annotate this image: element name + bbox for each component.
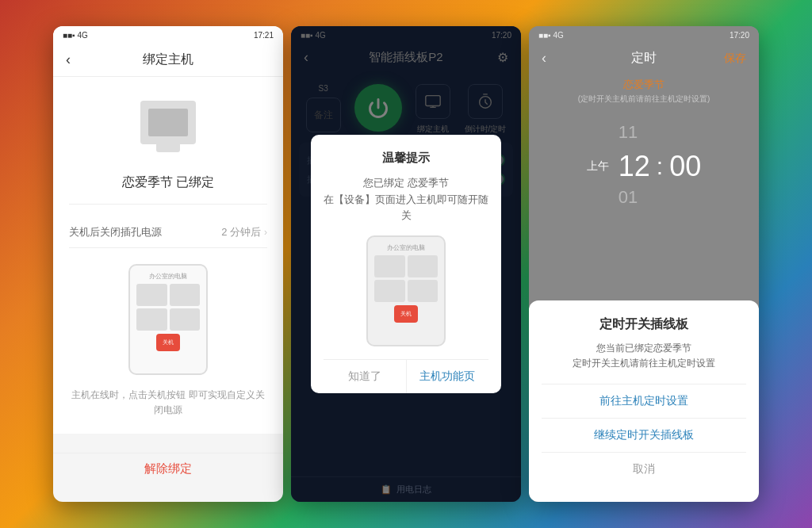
dialog-cancel-button[interactable]: 知道了 [324, 360, 407, 393]
timer-dialog-title: 定时开关插线板 [542, 316, 746, 333]
screen3-header: ‹ 定时 保存 [529, 44, 759, 73]
screen1-title: 绑定主机 [66, 52, 270, 68]
screen3-device-name: 恋爱季节 [542, 78, 746, 92]
power-off-label: 关机后关闭插孔电源 [69, 225, 162, 239]
mini-cell-1 [136, 284, 167, 306]
screen1-header: ‹ 绑定主机 [53, 44, 283, 77]
screen1-back-button[interactable]: ‹ [66, 52, 71, 68]
mini-cell-2 [170, 284, 201, 306]
screen3-timer: ■■▪ 4G 17:20 ‹ 定时 保存 恋爱季节 (定时开关主机前请前往主机定… [529, 26, 759, 502]
timer-dialog-text: 您当前已绑定恋爱季节 定时开关主机请前往主机定时设置 [542, 341, 746, 371]
time-period: 上午 [587, 159, 609, 174]
screen1-status-bar: ■■▪ 4G 17:21 [53, 26, 283, 44]
screen3-device-hint: (定时开关主机前请前往主机定时设置) [542, 94, 746, 105]
chevron-right-icon: › [264, 227, 267, 238]
power-off-setting-row[interactable]: 关机后关闭插孔电源 2 分钟后 › [69, 217, 267, 248]
screen1-bind-host: ■■▪ 4G 17:21 ‹ 绑定主机 恋爱季节 已绑定 关机后关闭插孔电源 2… [53, 26, 283, 502]
dialog-phone-preview: 办公室的电脑 关机 [324, 235, 488, 346]
mini-cell-3 [136, 308, 167, 331]
timer-btn-continue[interactable]: 继续定时开关插线板 [542, 418, 746, 452]
dialog-cell-4 [408, 280, 439, 302]
dialog-cell-3 [374, 280, 405, 302]
screen3-status-bar: ■■▪ 4G 17:20 [529, 26, 759, 44]
screen2-dialog-overlay: 温馨提示 您已绑定 恋爱季节 在【设备】页面进入主机即可随开随关 办公室的电脑 [291, 26, 521, 502]
dialog-shutdown-label: 关机 [400, 310, 412, 318]
mini-cell-4 [170, 308, 201, 331]
timer-btn-cancel[interactable]: 取消 [542, 452, 746, 486]
dialog-cell-2 [408, 255, 439, 277]
unbind-button[interactable]: 解除绑定 [53, 453, 283, 484]
hour-dim-below: 01 [619, 187, 638, 208]
dialog-mini-grid [374, 255, 438, 302]
screen3-device-info: 恋爱季节 (定时开关主机前请前往主机定时设置) [529, 73, 759, 109]
phone-preview: 办公室的电脑 关机 [69, 264, 267, 375]
mini-phone-display: 办公室的电脑 关机 [128, 264, 208, 375]
screen2-smart-strip: ■■▪ 4G 17:20 ‹ 智能插线板P2 ⚙ S3 备注 [291, 26, 521, 502]
dialog-shutdown-btn[interactable]: 关机 [394, 305, 418, 323]
time-dim-above: 11 [619, 122, 669, 143]
screen2-dialog: 温馨提示 您已绑定 恋爱季节 在【设备】页面进入主机即可随开随关 办公室的电脑 [311, 135, 501, 393]
shutdown-label: 关机 [163, 339, 174, 346]
hour-dim-above: 11 [619, 122, 638, 143]
time-display[interactable]: 上午 12 : 00 [587, 152, 701, 181]
dialog-title: 温馨提示 [324, 151, 488, 166]
monitor-icon [140, 101, 196, 144]
screen3-back-button[interactable]: ‹ [542, 50, 546, 67]
screen3-timer-dialog: 定时开关插线板 您当前已绑定恋爱季节 定时开关主机请前往主机定时设置 前往主机定… [529, 300, 759, 502]
desc-text: 主机在线时，点击关机按钮 即可实现自定义关闭电源 [69, 388, 267, 418]
power-off-value: 2 分钟后 › [221, 225, 267, 239]
time-picker-area[interactable]: 11 上午 12 : 00 01 [529, 109, 759, 224]
dialog-mini-phone: 办公室的电脑 关机 [366, 235, 446, 346]
office-computer-label: 办公室的电脑 [149, 272, 187, 281]
bind-status-text: 恋爱季节 已绑定 [122, 174, 214, 191]
screen1-content: 恋爱季节 已绑定 关机后关闭插孔电源 2 分钟后 › 办公室的电脑 [53, 77, 283, 434]
dialog-text: 您已绑定 恋爱季节 在【设备】页面进入主机即可随开随关 [324, 175, 488, 224]
monitor-screen [148, 109, 188, 136]
dialog-confirm-button[interactable]: 主机功能页 [407, 360, 489, 393]
screen1-signal: ■■▪ 4G [63, 31, 88, 40]
screen1-divider [69, 204, 267, 205]
time-minute[interactable]: 00 [669, 152, 701, 181]
time-colon: : [653, 153, 666, 180]
mini-grid [136, 284, 200, 331]
shutdown-button[interactable]: 关机 [156, 334, 180, 351]
screen3-save-button[interactable]: 保存 [724, 52, 746, 66]
time-dim-below: 01 [619, 187, 669, 208]
timer-btn-goto-host[interactable]: 前往主机定时设置 [542, 384, 746, 418]
screen3-title: 定时 [542, 50, 746, 67]
screen3-signal: ■■▪ 4G [538, 31, 564, 40]
screen1-time: 17:21 [254, 31, 274, 40]
screens-container: ■■▪ 4G 17:21 ‹ 绑定主机 恋爱季节 已绑定 关机后关闭插孔电源 2… [0, 0, 812, 528]
screen3-time: 17:20 [730, 31, 749, 40]
dialog-office-label: 办公室的电脑 [387, 243, 425, 252]
dialog-cell-1 [374, 255, 405, 277]
time-hour[interactable]: 12 [619, 152, 650, 181]
dialog-actions: 知道了 主机功能页 [324, 359, 488, 393]
